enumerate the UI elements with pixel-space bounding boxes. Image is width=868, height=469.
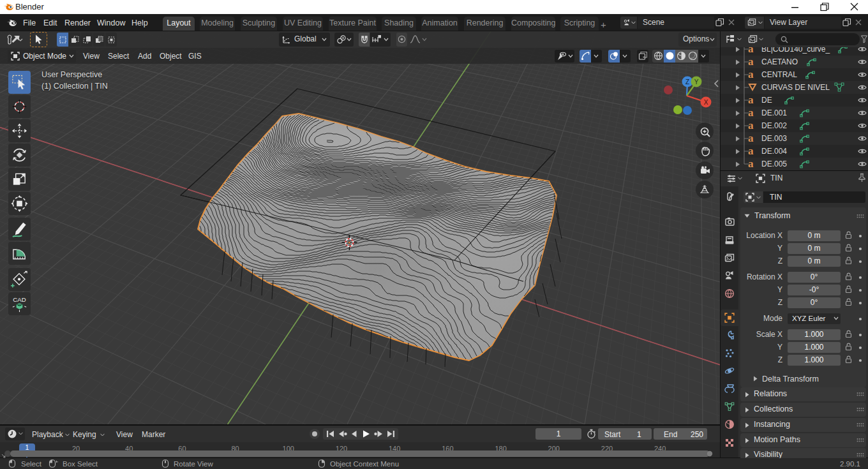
svg-text:Z: Z	[685, 78, 689, 86]
svg-text:Y: Y	[694, 78, 699, 86]
svg-text:X: X	[704, 99, 708, 106]
svg-text:CAD: CAD	[13, 296, 26, 303]
